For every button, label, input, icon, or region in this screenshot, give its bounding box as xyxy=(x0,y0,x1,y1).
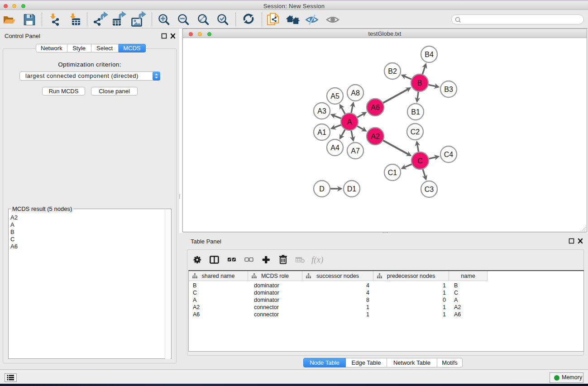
svg-text:B2: B2 xyxy=(388,67,397,75)
svg-text:A5: A5 xyxy=(330,92,339,100)
svg-text:A3: A3 xyxy=(317,107,326,115)
svg-text:A1: A1 xyxy=(317,129,326,136)
svg-text:A4: A4 xyxy=(330,144,339,152)
svg-text:D1: D1 xyxy=(347,185,357,193)
svg-text:A: A xyxy=(347,118,352,126)
svg-text:B1: B1 xyxy=(411,108,420,116)
svg-text:B4: B4 xyxy=(425,51,434,58)
svg-text:C3: C3 xyxy=(425,186,434,193)
svg-text:C1: C1 xyxy=(388,169,397,176)
svg-text:A2: A2 xyxy=(371,133,380,140)
svg-text:B3: B3 xyxy=(444,86,453,93)
svg-text:C: C xyxy=(417,157,423,165)
svg-text:C4: C4 xyxy=(444,151,454,158)
svg-text:A7: A7 xyxy=(351,147,360,155)
svg-text:B: B xyxy=(417,79,422,87)
svg-text:A8: A8 xyxy=(351,89,360,97)
svg-text:C2: C2 xyxy=(411,128,420,136)
svg-text:D: D xyxy=(319,185,325,193)
svg-text:A6: A6 xyxy=(371,104,380,111)
